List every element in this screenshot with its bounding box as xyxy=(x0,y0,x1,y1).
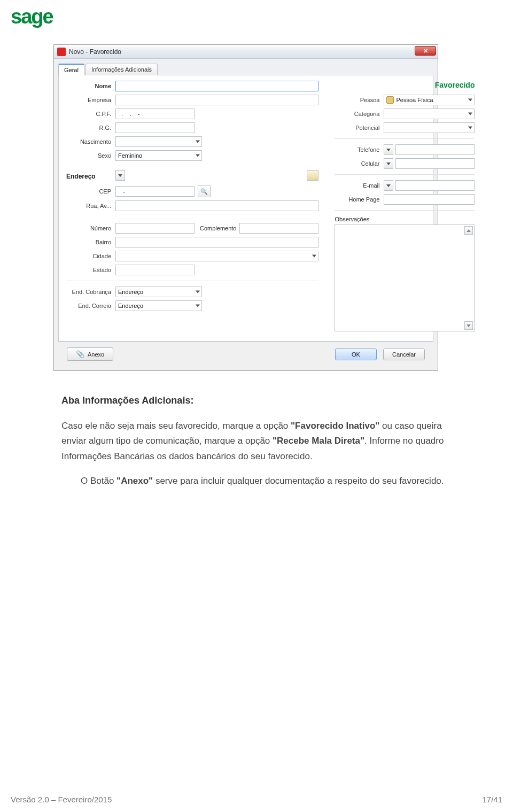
label-end-correio: End. Correio xyxy=(66,303,115,309)
label-estado: Estado xyxy=(66,267,115,273)
titlebar: Novo - Favorecido ✕ xyxy=(54,45,438,59)
input-telefone[interactable] xyxy=(395,144,475,155)
panel-geral: Nome Empresa C.P.F. R.G. xyxy=(58,75,433,342)
input-complemento[interactable] xyxy=(239,223,318,234)
input-cep[interactable] xyxy=(115,186,195,197)
search-cep-button[interactable]: 🔍 xyxy=(198,185,211,197)
heading-favorecido: Favorecido xyxy=(335,81,475,89)
sage-logo: sage xyxy=(11,5,502,28)
select-pessoa[interactable]: Pessoa Física xyxy=(384,95,475,105)
chevron-down-icon[interactable] xyxy=(468,99,472,102)
chevron-down-icon[interactable] xyxy=(196,154,200,157)
cancelar-button[interactable]: Cancelar xyxy=(383,349,425,360)
chevron-down-icon[interactable] xyxy=(312,255,316,258)
endereco-dropdown-button[interactable] xyxy=(115,170,125,181)
divider xyxy=(335,210,475,211)
chevron-down-icon[interactable] xyxy=(468,127,472,129)
label-cpf: C.P.F. xyxy=(66,111,115,117)
window-title: Novo - Favorecido xyxy=(69,48,121,56)
input-nascimento[interactable] xyxy=(115,136,202,147)
chevron-down-icon[interactable] xyxy=(196,141,200,143)
input-bairro[interactable] xyxy=(115,237,318,248)
footer-page: 17/41 xyxy=(482,795,502,804)
label-categoria: Categoria xyxy=(335,111,384,117)
app-icon xyxy=(57,48,66,56)
label-sexo: Sexo xyxy=(66,152,115,159)
tab-geral[interactable]: Geral xyxy=(58,64,84,75)
anexo-label: Anexo xyxy=(88,351,104,358)
input-rg[interactable] xyxy=(115,122,195,133)
label-potencial: Potencial xyxy=(335,125,384,131)
label-nascimento: Nascimento xyxy=(66,138,115,145)
triangle-down-icon xyxy=(467,324,471,327)
scroll-up-button[interactable] xyxy=(464,226,473,235)
left-column: Nome Empresa C.P.F. R.G. xyxy=(66,81,318,331)
select-potencial[interactable] xyxy=(384,122,475,133)
label-rg: R.G. xyxy=(66,125,115,131)
label-numero: Número xyxy=(66,225,115,231)
search-icon: 🔍 xyxy=(200,188,208,195)
chevron-down-icon[interactable] xyxy=(196,305,200,307)
select-end-correio[interactable] xyxy=(115,300,202,311)
label-nome: Nome xyxy=(66,83,115,89)
ok-button[interactable]: OK xyxy=(335,349,377,360)
textarea-observacoes[interactable] xyxy=(335,225,475,331)
footer-version: Versão 2.0 – Fevereiro/2015 xyxy=(11,795,112,804)
select-sexo[interactable] xyxy=(115,150,202,161)
label-telefone: Telefone xyxy=(335,146,384,153)
document-body: Aba Informações Adicionais: Caso ele não… xyxy=(61,392,454,489)
input-homepage[interactable] xyxy=(384,194,475,205)
celular-type-button[interactable] xyxy=(384,158,393,169)
input-numero[interactable] xyxy=(115,223,195,234)
person-icon xyxy=(386,96,394,104)
telefone-type-button[interactable] xyxy=(384,144,393,155)
pessoa-value: Pessoa Física xyxy=(396,97,433,103)
select-cidade[interactable] xyxy=(115,251,318,261)
scroll-down-button[interactable] xyxy=(464,321,473,330)
input-estado[interactable] xyxy=(115,265,195,275)
label-cep: CEP xyxy=(66,188,115,195)
right-column: Favorecido Pessoa Pessoa Física Catego xyxy=(335,81,475,331)
label-complemento: Complemento xyxy=(200,225,239,231)
label-rua: Rua, Av... xyxy=(66,203,115,209)
label-email: E-mail xyxy=(335,182,384,189)
chevron-down-icon[interactable] xyxy=(196,291,200,293)
doc-paragraph-1: Caso ele não seja mais seu favorecido, m… xyxy=(61,419,454,465)
divider xyxy=(335,174,475,175)
close-button[interactable]: ✕ xyxy=(415,46,436,56)
input-cpf[interactable] xyxy=(115,109,195,119)
input-email[interactable] xyxy=(395,180,475,191)
page-footer: Versão 2.0 – Fevereiro/2015 17/41 xyxy=(11,795,502,804)
select-end-cobranca[interactable] xyxy=(115,287,202,297)
anexo-button[interactable]: 📎 Anexo xyxy=(67,347,113,361)
section-endereco: Endereço xyxy=(66,173,115,180)
input-nome[interactable] xyxy=(115,81,318,91)
email-type-button[interactable] xyxy=(384,180,393,191)
chevron-down-icon[interactable] xyxy=(468,113,472,115)
label-cidade: Cidade xyxy=(66,253,115,259)
divider xyxy=(66,281,318,281)
label-observacoes: Observações xyxy=(335,216,475,222)
input-celular[interactable] xyxy=(395,158,475,169)
tabstrip: Geral Informações Adicionais xyxy=(54,59,438,75)
doc-heading: Aba Informações Adicionais: xyxy=(61,392,454,409)
select-categoria[interactable] xyxy=(384,109,475,119)
label-celular: Celular xyxy=(335,160,384,167)
label-empresa: Empresa xyxy=(66,97,115,103)
map-icon[interactable] xyxy=(307,170,318,181)
label-pessoa: Pessoa xyxy=(335,97,384,103)
tab-informacoes-adicionais[interactable]: Informações Adicionais xyxy=(86,64,158,75)
dialog-window: Novo - Favorecido ✕ Geral Informações Ad… xyxy=(53,44,438,371)
input-rua[interactable] xyxy=(115,200,318,211)
label-bairro: Bairro xyxy=(66,239,115,245)
label-homepage: Home Page xyxy=(335,196,384,203)
doc-paragraph-2: O Botão "Anexo" serve para incluir qualq… xyxy=(61,474,454,489)
divider xyxy=(335,138,475,139)
paperclip-icon: 📎 xyxy=(76,350,84,358)
triangle-up-icon xyxy=(467,229,471,232)
label-end-cobranca: End. Cobrança xyxy=(66,289,115,295)
button-row: 📎 Anexo OK Cancelar xyxy=(58,342,433,366)
input-empresa[interactable] xyxy=(115,95,318,105)
